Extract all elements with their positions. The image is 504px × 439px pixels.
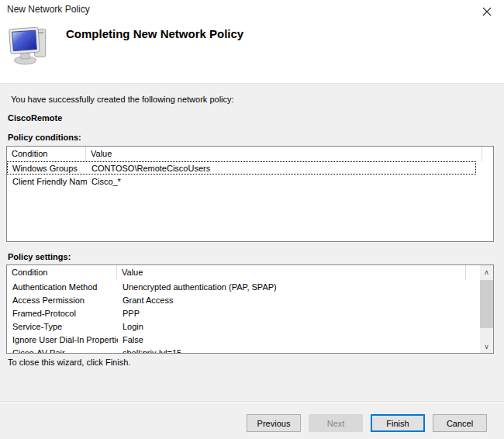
table-row[interactable]: Access Permission Grant Access — [7, 293, 480, 306]
table-row[interactable]: Service-Type Login — [7, 320, 480, 333]
conditions-table-body: Windows Groups CONTOSO\RemoteCiscoUsers … — [7, 161, 493, 188]
new-network-policy-dialog: New Network Policy Completin — [0, 0, 504, 439]
policy-name: CiscoRemote — [8, 113, 62, 123]
previous-button[interactable]: Previous — [247, 414, 301, 432]
computer-icon — [8, 22, 54, 69]
policy-conditions-label: Policy conditions: — [8, 133, 81, 142]
table-row[interactable]: Client Friendly Name Cisco_* — [7, 175, 476, 188]
policy-settings-table: Condition Value Authentication Method Un… — [6, 264, 494, 354]
policy-settings-label: Policy settings: — [8, 252, 71, 261]
scroll-down-icon[interactable]: ∨ — [480, 340, 493, 353]
next-button: Next — [309, 414, 363, 432]
button-bar: Previous Next Finish Cancel — [0, 402, 504, 439]
table-row[interactable]: Cisco-AV-Pair shell:priv-lvl=15 — [7, 346, 480, 354]
close-icon — [482, 7, 492, 16]
page-title: Completing New Network Policy — [66, 27, 243, 40]
column-header-value[interactable]: Value — [117, 265, 466, 280]
table-row[interactable]: Ignore User Dial-In Properties False — [7, 333, 480, 346]
conditions-table-header: Condition Value — [7, 147, 493, 161]
settings-scrollbar[interactable]: ∧ ∨ — [480, 265, 493, 353]
finish-button[interactable]: Finish — [371, 414, 425, 432]
policy-conditions-table: Condition Value Windows Groups CONTOSO\R… — [6, 146, 494, 242]
wizard-header: New Network Policy Completin — [0, 0, 504, 84]
close-button[interactable] — [478, 3, 496, 20]
intro-text: You have successfully created the follow… — [11, 95, 234, 104]
column-header-condition[interactable]: Condition — [7, 147, 86, 161]
wizard-body: You have successfully created the follow… — [0, 85, 504, 401]
scrollbar-thumb[interactable] — [480, 280, 493, 328]
footer-note: To close this wizard, click Finish. — [8, 358, 130, 367]
cancel-button[interactable]: Cancel — [433, 414, 487, 432]
scroll-up-icon[interactable]: ∧ — [480, 265, 493, 278]
settings-table-header: Condition Value — [7, 265, 482, 280]
settings-table-body: Authentication Method Unencrypted authen… — [7, 280, 480, 354]
table-row[interactable]: Framed-Protocol PPP — [7, 306, 480, 320]
window-title: New Network Policy — [7, 4, 90, 15]
table-row[interactable]: Authentication Method Unencrypted authen… — [7, 280, 480, 293]
column-header-condition[interactable]: Condition — [7, 265, 117, 280]
table-row[interactable]: Windows Groups CONTOSO\RemoteCiscoUsers — [7, 161, 476, 175]
column-header-value[interactable]: Value — [86, 147, 482, 161]
